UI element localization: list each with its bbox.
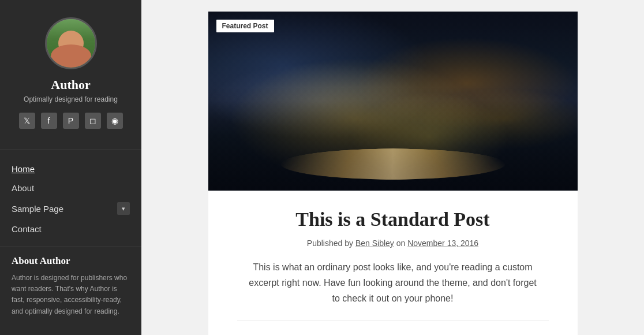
featured-post-image [208,12,578,191]
instagram-icon[interactable]: ◻ [85,113,101,129]
featured-label: Featured Post [216,20,274,32]
twitter-icon[interactable]: 𝕏 [19,113,35,129]
featured-image-wrapper: Featured Post [208,12,578,191]
post-content: This is a Standard Post Published by Ben… [208,191,578,335]
sidebar-divider-1 [0,150,141,150]
post-excerpt: This is what an ordinary post looks like… [249,259,537,307]
post-title: This is a Standard Post [237,208,549,232]
social-icons: 𝕏 f P ◻ ◉ [19,113,123,129]
meta-on: on [396,239,407,248]
nav-item-contact[interactable]: Contact [12,219,130,239]
about-author-heading: About Author [12,255,130,267]
sidebar-header: Author Optimally designed for reading 𝕏 … [0,0,141,140]
main-content: Featured Post This is a Standard Post Pu… [141,0,644,335]
featured-post-card: Featured Post This is a Standard Post Pu… [208,12,578,335]
post-meta: Published by Ben Sibley on November 13, … [237,239,549,248]
nav-item-home[interactable]: Home [12,159,130,178]
published-by-label: Published by [307,239,355,248]
post-divider [237,321,549,321]
post-author-link[interactable]: Ben Sibley [355,239,394,248]
site-title: Author [51,77,90,92]
chevron-down-icon[interactable]: ▾ [117,202,130,215]
rss-icon[interactable]: ◉ [107,113,123,129]
sidebar-nav: Home About Sample Page ▾ Contact [0,159,141,239]
sidebar-divider-2 [0,247,141,247]
sidebar: Author Optimally designed for reading 𝕏 … [0,0,141,335]
about-author-body: Author is designed for publishers who wa… [12,273,130,317]
about-author-section: About Author Author is designed for publ… [0,255,141,317]
avatar [45,17,97,69]
post-date-link[interactable]: November 13, 2016 [407,239,478,248]
nav-item-sample-page[interactable]: Sample Page ▾ [12,198,130,219]
nav-item-about[interactable]: About [12,178,130,198]
facebook-icon[interactable]: f [41,113,57,129]
pinterest-icon[interactable]: P [63,113,79,129]
site-tagline: Optimally designed for reading [24,95,118,103]
